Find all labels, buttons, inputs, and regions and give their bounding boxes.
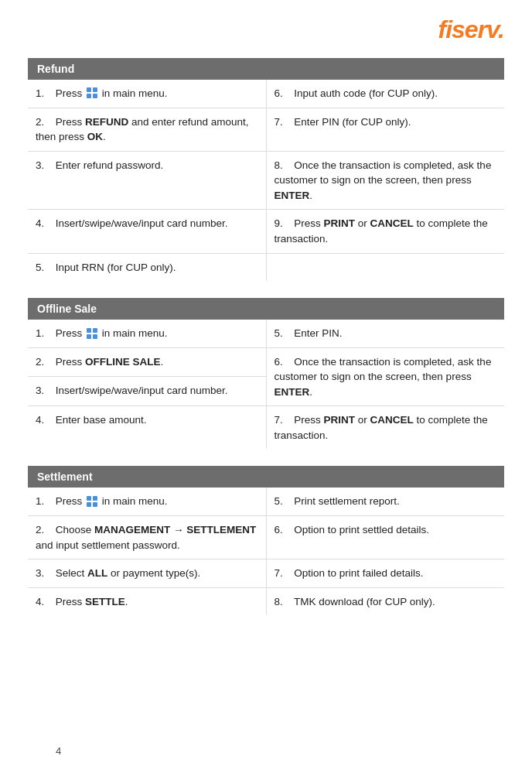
svg-rect-4	[87, 328, 91, 333]
offline-step-3: 3. Insert/swipe/wave/input card number.	[28, 377, 266, 406]
settlement-step-1: 1. Press in main menu.	[28, 488, 266, 515]
settlement-step-4: 4. Press SETTLE.	[28, 587, 266, 615]
offline-step-6: 6. Once the transaction is completed, as…	[266, 347, 504, 406]
menu-icon-offline	[86, 327, 98, 340]
offline-sale-header: Offline Sale	[28, 298, 504, 320]
menu-icon-settlement	[86, 495, 98, 508]
offline-step-2: 2. Press OFFLINE SALE.	[28, 347, 266, 377]
svg-rect-0	[87, 87, 91, 92]
svg-rect-7	[93, 334, 97, 339]
refund-step-5: 5. Input RRN (for CUP only).	[28, 253, 266, 281]
refund-empty	[266, 253, 504, 281]
refund-step-1: 1. Press in main menu.	[28, 80, 266, 108]
offline-step-5: 5. Enter PIN.	[266, 320, 504, 347]
svg-rect-3	[93, 94, 97, 98]
offline-sale-steps-table: 1. Press in main menu. 5. Enter PI	[28, 320, 504, 449]
page-number: 4	[56, 745, 61, 757]
settlement-step-8: 8. TMK download (for CUP only).	[266, 587, 504, 615]
refund-step-7: 7. Enter PIN (for CUP only).	[266, 108, 504, 151]
settlement-section: Settlement 1. Press in main menu.	[28, 466, 504, 615]
svg-rect-10	[87, 502, 91, 507]
svg-rect-2	[87, 94, 91, 98]
menu-icon	[86, 87, 98, 99]
logo-area: fiserv.	[28, 15, 504, 44]
svg-rect-6	[87, 334, 91, 339]
settlement-step-7: 7. Option to print failed details.	[266, 559, 504, 588]
svg-rect-5	[93, 328, 97, 333]
refund-step-9: 9. Press PRINT or CANCEL to complete the…	[266, 210, 504, 253]
svg-rect-11	[93, 502, 97, 507]
refund-step-4: 4. Insert/swipe/wave/input card number.	[28, 210, 266, 253]
offline-sale-section: Offline Sale 1. Press in main menu.	[28, 298, 504, 449]
refund-step-3: 3. Enter refund password.	[28, 151, 266, 210]
svg-rect-8	[87, 496, 91, 501]
settlement-step-6: 6. Option to print settled details.	[266, 516, 504, 559]
refund-steps-table: 1. Press in main menu. 6. Input au	[28, 80, 504, 281]
svg-rect-1	[93, 87, 97, 92]
settlement-header: Settlement	[28, 466, 504, 488]
refund-step-8: 8. Once the transaction is completed, as…	[266, 151, 504, 210]
settlement-step-5: 5. Print settlement report.	[266, 488, 504, 515]
settlement-step-2: 2. Choose MANAGEMENT → SETTLEMENT and in…	[28, 516, 266, 559]
refund-step-6: 6. Input auth code (for CUP only).	[266, 80, 504, 108]
offline-step-4: 4. Enter base amount.	[28, 406, 266, 450]
settlement-step-3: 3. Select ALL or payment type(s).	[28, 559, 266, 588]
refund-header: Refund	[28, 58, 504, 80]
offline-step-1: 1. Press in main menu.	[28, 320, 266, 347]
refund-section: Refund 1. Press in main menu.	[28, 58, 504, 281]
offline-step-7: 7. Press PRINT or CANCEL to complete the…	[266, 406, 504, 450]
svg-rect-9	[93, 496, 97, 501]
refund-step-2: 2. Press REFUND and enter refund amount,…	[28, 108, 266, 151]
fiserv-logo: fiserv.	[438, 15, 504, 43]
settlement-steps-table: 1. Press in main menu. 5. Print se	[28, 488, 504, 615]
